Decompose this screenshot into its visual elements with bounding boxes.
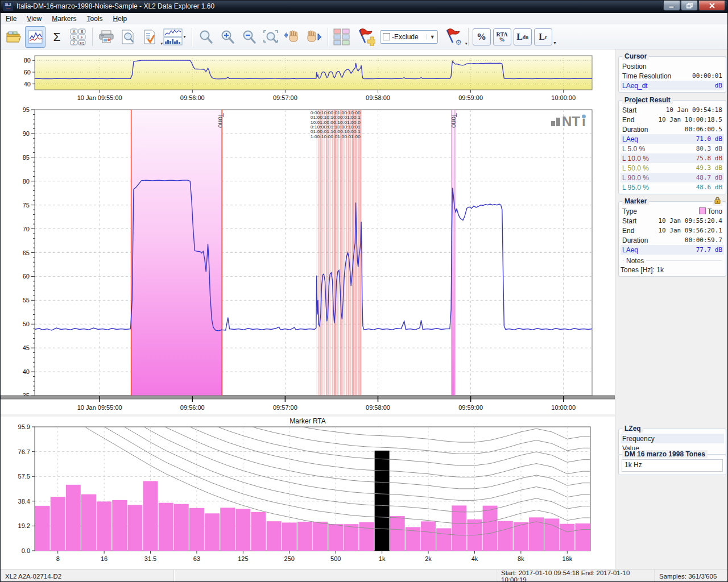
rta-bar-6.3k[interactable]	[498, 521, 513, 551]
marker-colors-button[interactable]	[332, 26, 352, 48]
panel-row[interactable]: LAeq77.7 dB	[621, 245, 724, 255]
rta-bar-400[interactable]	[313, 522, 328, 551]
open-project-button[interactable]	[3, 26, 24, 48]
row-value: 49.3 dB	[696, 164, 722, 172]
rta-bar-20k[interactable]	[575, 523, 590, 551]
rta-bar-800[interactable]	[359, 522, 374, 551]
marker-settings-button[interactable]: ⚙ ▾	[441, 26, 465, 48]
overview-chart[interactable]: 40608010 Jan 09:55:0009:56:0009:57:0009:…	[1, 49, 615, 107]
marker-settings-caret[interactable]: ▾	[465, 41, 468, 46]
add-marker-button[interactable]	[353, 26, 377, 48]
rta-percentiles-button[interactable]: RTA%	[493, 28, 511, 45]
svg-text:0.0: 0.0	[22, 547, 30, 554]
rta-bar-630[interactable]	[344, 524, 358, 551]
rta-bar-2k[interactable]	[421, 521, 436, 551]
rta-bar-10k[interactable]	[529, 517, 544, 551]
dropdown-arrow-icon[interactable]: ▼	[427, 34, 435, 40]
rta-bar-315[interactable]	[297, 522, 312, 551]
marker-type-dropdown[interactable]: -Exclude ▼	[380, 30, 438, 44]
panel-row[interactable]: Duration00:06:00.5	[621, 124, 724, 134]
menu-view[interactable]: View	[22, 14, 47, 24]
svg-text:09:56:00: 09:56:00	[180, 404, 205, 411]
rta-bar-31.5[interactable]	[143, 481, 158, 551]
panel-row[interactable]: L 90.0 %48.7 dB	[621, 173, 724, 182]
ldn-button[interactable]: Ldn	[514, 28, 532, 45]
panel-row[interactable]: L 5.0 %80.3 dB	[621, 144, 724, 153]
status-range: Start: 2017-01-10 09:54:18 End: 2017-01-…	[497, 569, 655, 582]
rta-bar-25[interactable]	[127, 505, 142, 551]
print-preview-button[interactable]	[118, 26, 138, 48]
zoom-tool-button[interactable]	[196, 26, 216, 48]
rta-bar-63[interactable]	[189, 508, 204, 551]
menu-markers[interactable]: Markers	[47, 14, 81, 24]
rta-bar-16k[interactable]	[560, 524, 574, 551]
panel-row[interactable]: L 50.0 %49.3 dB	[621, 163, 724, 173]
chart-type-caret[interactable]: ▾	[183, 34, 185, 39]
close-button[interactable]	[698, 1, 725, 11]
row-label: Time Resolution	[622, 72, 671, 80]
rta-bar-50[interactable]	[174, 504, 189, 551]
rta-bar-6.3[interactable]	[35, 506, 50, 551]
panel-row[interactable]: End10 Jan 09:56:20.1	[621, 226, 724, 235]
weighting-selector-button[interactable]: ASCFZEQ	[68, 26, 89, 48]
pan-left-button[interactable]	[282, 26, 303, 48]
rta-bar-5k[interactable]	[483, 506, 498, 551]
rta-bar-12.5k[interactable]	[544, 518, 559, 551]
chart-type-button[interactable]: ▾	[161, 26, 188, 48]
rta-bar-200[interactable]	[267, 521, 282, 551]
maximize-button[interactable]	[681, 1, 698, 11]
svg-text:A: A	[73, 29, 76, 33]
rta-bar-12.5[interactable]	[81, 494, 96, 551]
summary-sigma-button[interactable]: Σ	[47, 26, 67, 48]
rta-bar-1k[interactable]	[375, 451, 390, 551]
panel-row[interactable]: Duration00:00:59.7	[621, 235, 724, 245]
more-tools-caret[interactable]: ▾	[554, 40, 556, 45]
panel-row[interactable]: LAeq_dtdB	[621, 81, 724, 90]
title-bar[interactable]: XL2~~~ Italia-DM-16-marzo-1998-Noise-Sam…	[1, 1, 728, 13]
rta-bar-500[interactable]	[328, 524, 343, 551]
rta-bar-40[interactable]	[159, 503, 173, 551]
svg-text:90: 90	[23, 130, 30, 137]
rta-bar-250[interactable]	[282, 522, 297, 551]
zoom-selection-button[interactable]	[260, 26, 281, 48]
panel-row[interactable]: End10 Jan 10:00:18.5	[621, 115, 724, 124]
panel-row[interactable]: L 10.0 %75.8 dB	[621, 153, 724, 163]
report-button[interactable]: ▾	[139, 26, 160, 48]
print-button[interactable]	[96, 26, 117, 48]
rta-bar-8[interactable]	[51, 497, 65, 551]
rta-bar-100[interactable]	[220, 508, 235, 551]
panel-row[interactable]: Frequency	[621, 434, 724, 443]
pan-right-button[interactable]	[304, 26, 324, 48]
rta-bar-80[interactable]	[205, 513, 220, 551]
minimize-button[interactable]	[663, 1, 680, 11]
rta-chart[interactable]: Marker RTA0.019.238.457.576.795.981631.5…	[1, 417, 615, 569]
panel-row[interactable]: Time Resolution00:00:01	[621, 71, 724, 81]
tones-list-item[interactable]: 1k Hz	[622, 459, 723, 472]
level-chart-view-button[interactable]	[25, 26, 46, 48]
panel-row[interactable]: TypeTono	[621, 206, 724, 216]
rta-bar-160[interactable]	[251, 512, 266, 551]
marker-group: Marker TypeTonoStart10 Jan 09:55:20.4End…	[618, 201, 726, 277]
panel-row[interactable]: Position	[621, 61, 724, 71]
rta-bar-20[interactable]	[112, 500, 127, 551]
svg-text:10:00:00: 10:00:00	[551, 404, 576, 411]
panel-row[interactable]: LAeq71.0 dB	[621, 134, 724, 144]
panel-row[interactable]: Start10 Jan 09:55:20.4	[621, 216, 724, 226]
panel-row[interactable]: Start10 Jan 09:54:18	[621, 105, 724, 115]
timeline-chart[interactable]: 35404550556065707580859095TonoTono0:00:1…	[1, 107, 615, 415]
lr-button[interactable]: Lr	[534, 28, 552, 45]
percentiles-button[interactable]: %	[473, 28, 491, 45]
rta-bar-3.15k[interactable]	[452, 505, 466, 551]
panel-row[interactable]: L 95.0 %48.6 dB	[621, 182, 724, 192]
rta-bar-16[interactable]	[97, 501, 111, 551]
lock-icon[interactable]	[713, 197, 722, 206]
rta-bar-125[interactable]	[235, 509, 250, 551]
rta-bar-1.25k[interactable]	[390, 516, 405, 551]
menu-file[interactable]: File	[1, 14, 22, 24]
zoom-in-button[interactable]	[217, 26, 238, 48]
rta-bar-10[interactable]	[66, 485, 81, 551]
rta-bar-2.5k[interactable]	[436, 528, 451, 551]
menu-help[interactable]: Help	[108, 14, 133, 24]
zoom-out-button[interactable]	[239, 26, 259, 48]
menu-tools[interactable]: Tools	[82, 14, 108, 24]
